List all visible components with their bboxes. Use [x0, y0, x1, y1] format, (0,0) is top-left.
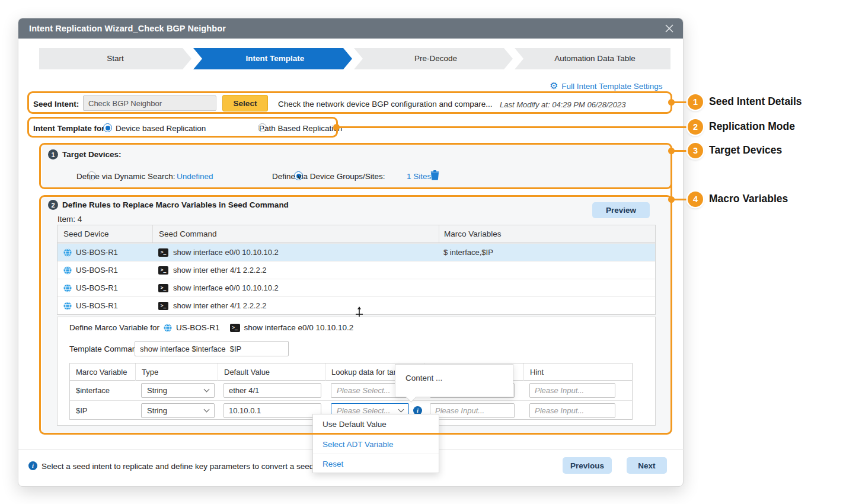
- device-icon: [63, 266, 72, 275]
- macro-rules-step-badge: 2: [48, 200, 58, 210]
- macro-variable-detail-panel: Define Marco Variable for US-BOS-R1 show…: [57, 317, 656, 426]
- annotation-dot: [668, 99, 675, 106]
- table-row[interactable]: US-BOS-R1 show inter ether 4/1 2.2.2.2: [58, 261, 655, 279]
- marco-variables-text: $ interface,$IP: [439, 248, 655, 257]
- device-groups-label[interactable]: Define via Device Groups/Sites:: [272, 172, 385, 181]
- device-icon: [164, 324, 172, 332]
- dialog-titlebar: Intent Replication Wizard_Check BGP Neig…: [18, 18, 683, 39]
- annotation-label-target-devices: Target Devices: [709, 144, 782, 157]
- previous-button[interactable]: Previous: [563, 457, 612, 474]
- variable-table: Marco Variable Type Default Value Lookup…: [69, 363, 633, 420]
- close-icon[interactable]: [664, 23, 675, 34]
- col-seed-command: Seed Command: [152, 225, 439, 243]
- col-default-value: Default Value: [218, 363, 325, 381]
- next-button[interactable]: Next: [627, 457, 667, 474]
- seed-command-text: show interface e0/0 10.10.10.2: [173, 248, 279, 257]
- col-marco-variable: Marco Variable: [70, 363, 135, 381]
- full-intent-template-settings-link[interactable]: ⚙ Full Intent Template Settings: [550, 81, 662, 91]
- menu-item-reset[interactable]: Reset: [313, 454, 439, 473]
- device-name: US-BOS-R1: [76, 248, 118, 257]
- annotation-label-macro-variables: Macro Variables: [709, 193, 788, 205]
- step-pre-decode[interactable]: Pre-Decode: [354, 48, 513, 69]
- device-name: US-BOS-R1: [76, 301, 118, 310]
- terminal-icon: [158, 284, 168, 292]
- screen: Intent Replication Wizard_Check BGP Neig…: [0, 0, 843, 504]
- seed-intent-select-button[interactable]: Select: [222, 95, 268, 111]
- variable-name: $IP: [76, 406, 88, 415]
- detail-title-prefix: Define Marco Variable for: [69, 323, 159, 332]
- path-based-replication-label[interactable]: Path Based Replication: [259, 124, 342, 133]
- hint-input[interactable]: [529, 383, 615, 398]
- chevron-down-icon: [204, 406, 210, 412]
- content-tooltip: Content ...: [395, 364, 513, 397]
- trash-icon[interactable]: [430, 170, 439, 180]
- footer-note: Select a seed intent to replicate and de…: [41, 462, 329, 471]
- annotation-badge-2: 2: [688, 119, 703, 135]
- seed-intent-description: Check the network device BGP configurati…: [278, 100, 492, 109]
- dynamic-search-value-link[interactable]: Undefined: [177, 172, 213, 181]
- seed-command-table: Seed Device Seed Command Marco Variables…: [57, 225, 656, 315]
- target-devices-step-badge: 1: [48, 149, 58, 160]
- type-select[interactable]: String: [141, 383, 215, 398]
- terminal-icon: [158, 248, 168, 257]
- col-seed-device: Seed Device: [58, 229, 152, 238]
- device-based-replication-label[interactable]: Device based Replication: [116, 124, 206, 133]
- terminal-icon: [158, 302, 168, 310]
- detail-device-name: US-BOS-R1: [176, 323, 220, 332]
- device-name: US-BOS-R1: [76, 266, 118, 275]
- annotation-badge-4: 4: [688, 192, 703, 207]
- default-value-input[interactable]: [223, 383, 321, 398]
- device-name: US-BOS-R1: [76, 283, 118, 292]
- annotation-badge-1: 1: [688, 94, 703, 110]
- device-based-replication-radio[interactable]: [103, 123, 112, 132]
- device-groups-value-link[interactable]: 1 Sites: [407, 172, 431, 181]
- annotation-dot: [333, 124, 340, 130]
- intent-template-for-label: Intent Template for:: [33, 124, 107, 133]
- hint-input[interactable]: [529, 403, 615, 418]
- item-count: Item: 4: [58, 215, 82, 224]
- type-select[interactable]: String: [141, 403, 215, 418]
- seed-command-text: show inter ether 4/1 2.2.2.2: [173, 301, 267, 310]
- dialog-title: Intent Replication Wizard_Check BGP Neig…: [29, 24, 226, 33]
- dynamic-search-label[interactable]: Define via Dynamic Search:: [76, 172, 175, 181]
- content-input[interactable]: [430, 403, 515, 418]
- seed-command-text: show interface e0/0 10.10.10.2: [173, 283, 279, 292]
- preview-button[interactable]: Preview: [592, 202, 650, 218]
- seed-intent-last-modified: Last Modify at: 04:29 PM 06/28/2023: [500, 100, 625, 109]
- info-icon: [28, 461, 37, 470]
- table-row[interactable]: US-BOS-R1 show interface e0/0 10.10.10.2…: [58, 243, 655, 261]
- device-icon: [63, 302, 72, 310]
- template-command-input[interactable]: [135, 341, 289, 356]
- menu-item-select-adt-variable[interactable]: Select ADT Variable: [313, 434, 439, 454]
- variable-table-header: Marco Variable Type Default Value Lookup…: [70, 363, 632, 381]
- variable-row: $interface String Please Select...: [70, 381, 632, 400]
- wizard-steps: Start Intent Template Pre-Decode Automat…: [39, 48, 670, 69]
- target-devices-section: [42, 145, 672, 188]
- annotation-line: [337, 126, 688, 128]
- macro-rules-title: Define Rules to Replace Macro Variables …: [62, 200, 289, 209]
- annotation-badge-3: 3: [688, 143, 703, 158]
- annotation-label-seed-intent-details: Seed Intent Details: [709, 95, 802, 108]
- annotation-dot: [668, 196, 675, 203]
- chevron-down-icon: [204, 387, 210, 393]
- gear-icon: ⚙: [550, 81, 558, 91]
- device-icon: [63, 284, 72, 292]
- terminal-icon: [158, 266, 168, 275]
- seed-intent-input[interactable]: [83, 95, 216, 111]
- annotation-label-replication-mode: Replication Mode: [709, 120, 795, 133]
- terminal-icon: [230, 324, 240, 332]
- menu-item-use-default-value[interactable]: Use Default Value: [313, 414, 439, 434]
- col-marco-variables: Marco Variables: [439, 225, 655, 243]
- target-devices-title: Target Devices:: [62, 150, 122, 159]
- annotation-dot: [668, 148, 675, 154]
- step-intent-template[interactable]: Intent Template: [193, 48, 352, 69]
- col-type: Type: [135, 363, 218, 381]
- table-row[interactable]: US-BOS-R1 show interface e0/0 10.10.10.2: [58, 279, 655, 296]
- template-command-label: Template Command:: [69, 344, 143, 353]
- default-value-input[interactable]: [223, 403, 321, 418]
- step-start[interactable]: Start: [39, 48, 191, 69]
- step-automation-data-table[interactable]: Automation Data Table: [515, 48, 670, 69]
- annotation-line: [670, 151, 672, 200]
- variable-name: $interface: [76, 386, 110, 395]
- tooltip-text: Content ...: [405, 374, 442, 382]
